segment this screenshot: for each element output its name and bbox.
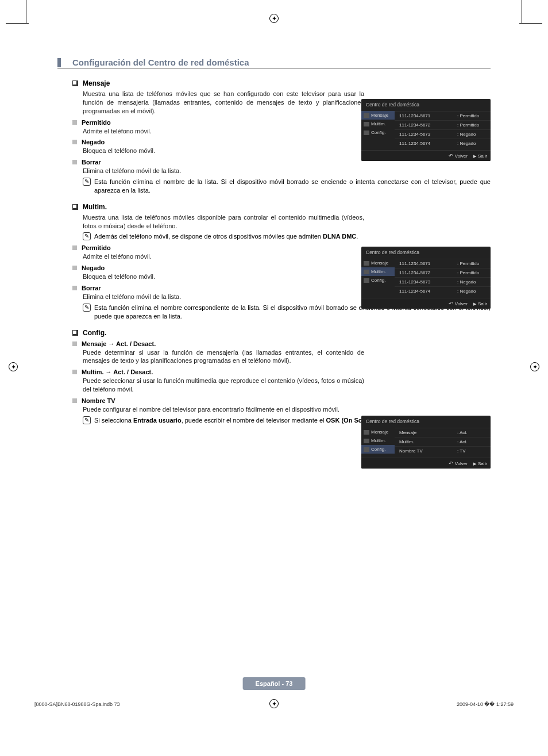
note-text: Además del teléfono móvil, se dispone de… xyxy=(94,232,364,241)
cell: Nombre TV xyxy=(399,448,457,454)
panel-side: Mensaje Multim. Config. xyxy=(361,110,395,150)
panel-footer: Volver Salir xyxy=(361,458,491,469)
media-icon xyxy=(364,439,369,443)
envelope-icon xyxy=(364,113,369,118)
label: Config. xyxy=(371,278,385,283)
panel-side-item[interactable]: Multim. xyxy=(361,120,395,128)
panel-side-item[interactable]: Mensaje xyxy=(361,111,395,120)
bullet-icon xyxy=(72,245,77,250)
text: , puede escribir el nombre del televisor… xyxy=(182,417,326,424)
cell: : Negado xyxy=(457,289,488,294)
list-row[interactable]: 111-1234-5672: Permitido xyxy=(395,268,491,277)
list-row[interactable]: 111-1234-5671: Permitido xyxy=(395,259,491,268)
tv-panel-config: Centro de red doméstica Mensaje Multim. … xyxy=(361,416,491,469)
bullet-icon xyxy=(72,341,77,346)
square-bullet-icon xyxy=(72,204,78,210)
subheading: Mensaje → Act. / Desact. xyxy=(82,340,156,347)
heading-multim: Multim. xyxy=(83,203,107,211)
exit-button[interactable]: Salir xyxy=(473,301,487,306)
note-icon: ✎ xyxy=(83,178,91,186)
text: Si selecciona xyxy=(94,417,133,424)
return-button[interactable]: Volver xyxy=(449,153,468,159)
panel-side-item[interactable]: Config. xyxy=(361,276,395,285)
heading-config: Config. xyxy=(83,329,106,337)
text: Muestra una lista de teléfonos móviles q… xyxy=(83,90,364,116)
text: Puede determinar si usar la función de m… xyxy=(83,348,364,366)
list-row[interactable]: 111-1234-5672: Permitido xyxy=(395,120,491,129)
cell: : Negado xyxy=(457,279,488,285)
panel-side-item[interactable]: Multim. xyxy=(361,267,395,276)
return-button[interactable]: Volver xyxy=(449,460,468,466)
registration-mark-icon: ✦ xyxy=(530,362,539,371)
exit-icon xyxy=(473,301,476,306)
cell: : TV xyxy=(457,448,488,454)
cell: 111-1234-5671 xyxy=(399,113,457,118)
panel-side-item[interactable]: Multim. xyxy=(361,436,395,445)
panel-title: Centro de red doméstica xyxy=(361,416,491,427)
list-row[interactable]: 111-1234-5671: Permitido xyxy=(395,111,491,120)
gear-icon xyxy=(364,447,369,452)
panel-side-item[interactable]: Config. xyxy=(361,445,395,454)
text: Elimina el teléfono móvil de la lista. xyxy=(83,167,364,175)
subheading: Negado xyxy=(82,264,105,271)
panel-list: 111-1234-5671: Permitido 111-1234-5672: … xyxy=(395,258,491,298)
crop-mark xyxy=(522,0,522,23)
panel-list: 111-1234-5671: Permitido 111-1234-5672: … xyxy=(395,110,491,150)
gear-icon xyxy=(364,131,369,135)
label: Volver xyxy=(455,461,468,466)
list-row[interactable]: 111-1234-5673: Negado xyxy=(395,129,491,139)
exit-button[interactable]: Salir xyxy=(473,153,487,159)
cell: : Act. xyxy=(457,439,488,444)
list-row[interactable]: Multim.: Act. xyxy=(395,437,491,446)
cell: 111-1234-5674 xyxy=(399,289,457,294)
footer-left: [8000-SA]BN68-01988G-Spa.indb 73 xyxy=(34,701,120,707)
panel-side-item[interactable]: Mensaje xyxy=(361,259,395,267)
cell: : Negado xyxy=(457,141,488,146)
panel-side-item[interactable]: Mensaje xyxy=(361,428,395,436)
list-row[interactable]: Nombre TV: TV xyxy=(395,446,491,455)
text: Admite el teléfono móvil. xyxy=(83,127,364,136)
bullet-icon xyxy=(72,120,77,125)
text-bold: Entrada usuario xyxy=(133,417,182,424)
crop-mark xyxy=(6,23,29,24)
return-icon xyxy=(449,460,453,466)
list-row[interactable]: 111-1234-5674: Negado xyxy=(395,139,491,148)
page-number-badge: Español - 73 xyxy=(243,677,306,690)
subheading: Permitido xyxy=(82,119,111,126)
text: Puede seleccionar si usar la función mul… xyxy=(83,377,364,394)
crop-mark xyxy=(26,0,26,23)
cell: 111-1234-5673 xyxy=(399,279,457,285)
envelope-icon xyxy=(364,430,369,435)
text: Además del teléfono móvil, se dispone de… xyxy=(94,233,323,240)
panel-side: Mensaje Multim. Config. xyxy=(361,258,395,298)
panel-side-item[interactable]: Config. xyxy=(361,128,395,137)
label: Multim. xyxy=(371,438,386,443)
section-config: Config. Mensaje → Act. / Desact. Puede d… xyxy=(57,329,491,425)
label: Volver xyxy=(455,153,468,159)
label: Salir xyxy=(478,461,487,466)
return-button[interactable]: Volver xyxy=(449,301,468,306)
tv-panel-multim: Centro de red doméstica Mensaje Multim. … xyxy=(361,247,491,309)
text: Bloquea el teléfono móvil. xyxy=(83,147,364,155)
text: Puede configurar el nombre del televisor… xyxy=(83,405,364,414)
panel-footer: Volver Salir xyxy=(361,150,491,161)
note-icon: ✎ xyxy=(83,304,91,312)
bullet-icon xyxy=(72,266,77,270)
bullet-icon xyxy=(72,160,77,164)
cell: Mensaje xyxy=(399,430,457,435)
list-row[interactable]: 111-1234-5674: Negado xyxy=(395,286,491,296)
panel-title: Centro de red doméstica xyxy=(361,99,491,110)
subheading: Borrar xyxy=(82,159,101,166)
label: Salir xyxy=(478,153,487,159)
media-icon xyxy=(364,122,369,126)
label: Mensaje xyxy=(371,113,388,118)
list-row[interactable]: 111-1234-5673: Negado xyxy=(395,277,491,286)
list-row[interactable]: Mensaje: Act. xyxy=(395,428,491,437)
cell: 111-1234-5671 xyxy=(399,261,457,266)
label: Config. xyxy=(371,130,385,135)
cell: : Act. xyxy=(457,430,488,435)
footer-right: 2009-04-10 �� 1:27:59 xyxy=(457,701,514,707)
exit-button[interactable]: Salir xyxy=(473,460,487,466)
cell: : Permitido xyxy=(457,113,488,118)
bullet-icon xyxy=(72,370,77,374)
